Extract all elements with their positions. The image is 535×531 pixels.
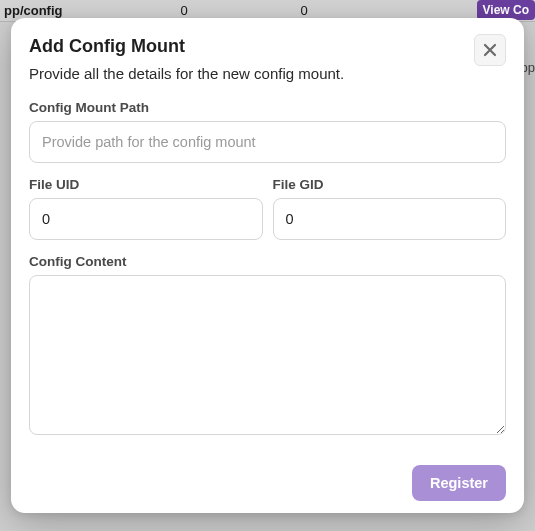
field-mount-path: Config Mount Path: [29, 100, 506, 163]
config-content-textarea[interactable]: [29, 275, 506, 435]
modal-header: Add Config Mount Provide all the details…: [29, 36, 506, 82]
bg-path-text: pp/config: [4, 3, 124, 18]
field-config-content: Config Content: [29, 254, 506, 435]
bg-col2: 0: [244, 3, 364, 18]
close-icon: [482, 42, 498, 58]
mount-path-label: Config Mount Path: [29, 100, 506, 115]
field-file-gid: File GID: [273, 177, 507, 240]
config-form: Config Mount Path File UID File GID Conf…: [29, 100, 506, 501]
config-content-label: Config Content: [29, 254, 506, 269]
mount-path-input[interactable]: [29, 121, 506, 163]
field-file-uid: File UID: [29, 177, 263, 240]
view-button[interactable]: View Co: [477, 0, 535, 20]
file-gid-label: File GID: [273, 177, 507, 192]
uid-gid-row: File UID File GID: [29, 177, 506, 240]
file-uid-label: File UID: [29, 177, 263, 192]
close-button[interactable]: [474, 34, 506, 66]
add-config-mount-modal: Add Config Mount Provide all the details…: [11, 18, 524, 513]
modal-titles: Add Config Mount Provide all the details…: [29, 36, 474, 82]
file-gid-input[interactable]: [273, 198, 507, 240]
modal-footer: Register: [29, 465, 506, 501]
register-button[interactable]: Register: [412, 465, 506, 501]
modal-subtitle: Provide all the details for the new conf…: [29, 65, 474, 82]
modal-title: Add Config Mount: [29, 36, 474, 57]
file-uid-input[interactable]: [29, 198, 263, 240]
bg-col1: 0: [124, 3, 244, 18]
